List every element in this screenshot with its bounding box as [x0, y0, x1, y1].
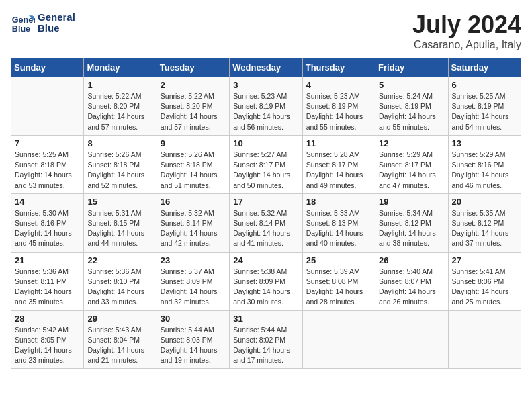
calendar-cell: 14Sunrise: 5:30 AMSunset: 8:16 PMDayligh…	[11, 193, 84, 252]
day-number: 7	[15, 138, 80, 148]
month-year: July 2024	[412, 11, 521, 39]
calendar-cell: 3Sunrise: 5:23 AMSunset: 8:19 PMDaylight…	[230, 77, 302, 136]
day-number: 18	[306, 197, 371, 207]
day-number: 22	[87, 255, 152, 265]
day-number: 25	[306, 255, 371, 265]
header: General Blue General Blue July 2024 Casa…	[11, 11, 521, 51]
day-number: 5	[379, 80, 444, 90]
day-number: 20	[452, 197, 517, 207]
day-number: 10	[233, 138, 298, 148]
day-info: Sunrise: 5:43 AMSunset: 8:04 PMDaylight:…	[87, 325, 152, 366]
day-info: Sunrise: 5:36 AMSunset: 8:11 PMDaylight:…	[15, 267, 80, 308]
day-info: Sunrise: 5:22 AMSunset: 8:20 PMDaylight:…	[87, 91, 152, 132]
location: Casarano, Apulia, Italy	[412, 39, 521, 51]
day-info: Sunrise: 5:40 AMSunset: 8:07 PMDaylight:…	[379, 267, 444, 308]
day-number: 24	[233, 255, 298, 265]
calendar-cell: 24Sunrise: 5:38 AMSunset: 8:09 PMDayligh…	[230, 252, 302, 310]
day-info: Sunrise: 5:44 AMSunset: 8:03 PMDaylight:…	[161, 325, 226, 366]
day-info: Sunrise: 5:31 AMSunset: 8:15 PMDaylight:…	[87, 208, 152, 249]
day-number: 11	[306, 138, 371, 148]
day-number: 12	[379, 138, 444, 148]
calendar-cell: 26Sunrise: 5:40 AMSunset: 8:07 PMDayligh…	[375, 252, 448, 310]
calendar-cell: 25Sunrise: 5:39 AMSunset: 8:08 PMDayligh…	[302, 252, 375, 310]
calendar-cell: 12Sunrise: 5:29 AMSunset: 8:17 PMDayligh…	[375, 135, 448, 193]
day-number: 28	[15, 314, 80, 324]
day-info: Sunrise: 5:24 AMSunset: 8:19 PMDaylight:…	[379, 91, 444, 132]
calendar-cell: 7Sunrise: 5:25 AMSunset: 8:18 PMDaylight…	[11, 135, 84, 193]
day-info: Sunrise: 5:29 AMSunset: 8:17 PMDaylight:…	[379, 150, 444, 191]
day-number: 17	[233, 197, 298, 207]
calendar-cell: 6Sunrise: 5:25 AMSunset: 8:19 PMDaylight…	[448, 77, 521, 136]
logo-text-general: General	[38, 12, 75, 24]
week-row-3: 14Sunrise: 5:30 AMSunset: 8:16 PMDayligh…	[11, 193, 521, 252]
calendar-cell: 21Sunrise: 5:36 AMSunset: 8:11 PMDayligh…	[11, 252, 84, 310]
day-info: Sunrise: 5:28 AMSunset: 8:17 PMDaylight:…	[306, 150, 371, 191]
week-row-5: 28Sunrise: 5:42 AMSunset: 8:05 PMDayligh…	[11, 310, 521, 369]
day-number: 23	[161, 255, 226, 265]
day-number: 2	[161, 80, 226, 90]
day-info: Sunrise: 5:29 AMSunset: 8:16 PMDaylight:…	[452, 150, 517, 191]
header-tuesday: Tuesday	[157, 58, 229, 77]
day-number: 1	[87, 80, 152, 90]
day-info: Sunrise: 5:44 AMSunset: 8:02 PMDaylight:…	[233, 325, 298, 366]
day-info: Sunrise: 5:25 AMSunset: 8:19 PMDaylight:…	[452, 91, 517, 132]
day-info: Sunrise: 5:26 AMSunset: 8:18 PMDaylight:…	[161, 150, 226, 191]
calendar-cell: 10Sunrise: 5:27 AMSunset: 8:17 PMDayligh…	[230, 135, 302, 193]
day-number: 30	[161, 314, 226, 324]
day-info: Sunrise: 5:36 AMSunset: 8:10 PMDaylight:…	[87, 267, 152, 308]
header-thursday: Thursday	[302, 58, 375, 77]
calendar-cell: 9Sunrise: 5:26 AMSunset: 8:18 PMDaylight…	[157, 135, 229, 193]
day-number: 19	[379, 197, 444, 207]
calendar-cell: 20Sunrise: 5:35 AMSunset: 8:12 PMDayligh…	[448, 193, 521, 252]
calendar-cell: 18Sunrise: 5:33 AMSunset: 8:13 PMDayligh…	[302, 193, 375, 252]
day-number: 31	[233, 314, 298, 324]
header-wednesday: Wednesday	[230, 58, 302, 77]
week-row-2: 7Sunrise: 5:25 AMSunset: 8:18 PMDaylight…	[11, 135, 521, 193]
day-info: Sunrise: 5:42 AMSunset: 8:05 PMDaylight:…	[15, 325, 80, 366]
title-area: July 2024 Casarano, Apulia, Italy	[412, 11, 521, 51]
day-info: Sunrise: 5:25 AMSunset: 8:18 PMDaylight:…	[15, 150, 80, 191]
day-info: Sunrise: 5:30 AMSunset: 8:16 PMDaylight:…	[15, 208, 80, 249]
calendar-cell: 28Sunrise: 5:42 AMSunset: 8:05 PMDayligh…	[11, 310, 84, 369]
logo-text-blue: Blue	[38, 23, 75, 34]
calendar-cell: 27Sunrise: 5:41 AMSunset: 8:06 PMDayligh…	[448, 252, 521, 310]
calendar-table: SundayMondayTuesdayWednesdayThursdayFrid…	[11, 58, 521, 369]
calendar-cell: 31Sunrise: 5:44 AMSunset: 8:02 PMDayligh…	[230, 310, 302, 369]
calendar-cell: 4Sunrise: 5:23 AMSunset: 8:19 PMDaylight…	[302, 77, 375, 136]
calendar-cell	[302, 310, 375, 369]
day-info: Sunrise: 5:23 AMSunset: 8:19 PMDaylight:…	[233, 91, 298, 132]
calendar-cell: 16Sunrise: 5:32 AMSunset: 8:14 PMDayligh…	[157, 193, 229, 252]
day-number: 16	[161, 197, 226, 207]
calendar-cell: 2Sunrise: 5:22 AMSunset: 8:20 PMDaylight…	[157, 77, 229, 136]
logo-icon: General Blue	[11, 11, 35, 35]
week-row-4: 21Sunrise: 5:36 AMSunset: 8:11 PMDayligh…	[11, 252, 521, 310]
day-number: 13	[452, 138, 517, 148]
calendar-cell: 11Sunrise: 5:28 AMSunset: 8:17 PMDayligh…	[302, 135, 375, 193]
calendar-cell	[375, 310, 448, 369]
day-info: Sunrise: 5:33 AMSunset: 8:13 PMDaylight:…	[306, 208, 371, 249]
header-monday: Monday	[84, 58, 157, 77]
day-number: 6	[452, 80, 517, 90]
day-number: 8	[87, 138, 152, 148]
day-number: 4	[306, 80, 371, 90]
calendar-cell: 29Sunrise: 5:43 AMSunset: 8:04 PMDayligh…	[84, 310, 157, 369]
header-friday: Friday	[375, 58, 448, 77]
calendar-cell: 22Sunrise: 5:36 AMSunset: 8:10 PMDayligh…	[84, 252, 157, 310]
svg-text:Blue: Blue	[12, 24, 30, 34]
calendar-cell: 30Sunrise: 5:44 AMSunset: 8:03 PMDayligh…	[157, 310, 229, 369]
calendar-cell: 19Sunrise: 5:34 AMSunset: 8:12 PMDayligh…	[375, 193, 448, 252]
calendar-cell	[11, 77, 84, 136]
day-number: 3	[233, 80, 298, 90]
day-number: 26	[379, 255, 444, 265]
calendar-cell: 23Sunrise: 5:37 AMSunset: 8:09 PMDayligh…	[157, 252, 229, 310]
day-info: Sunrise: 5:22 AMSunset: 8:20 PMDaylight:…	[161, 91, 226, 132]
day-info: Sunrise: 5:34 AMSunset: 8:12 PMDaylight:…	[379, 208, 444, 249]
day-info: Sunrise: 5:35 AMSunset: 8:12 PMDaylight:…	[452, 208, 517, 249]
day-number: 27	[452, 255, 517, 265]
calendar-cell: 1Sunrise: 5:22 AMSunset: 8:20 PMDaylight…	[84, 77, 157, 136]
day-info: Sunrise: 5:39 AMSunset: 8:08 PMDaylight:…	[306, 267, 371, 308]
calendar-cell: 8Sunrise: 5:26 AMSunset: 8:18 PMDaylight…	[84, 135, 157, 193]
day-number: 9	[161, 138, 226, 148]
calendar-cell	[448, 310, 521, 369]
calendar-cell: 15Sunrise: 5:31 AMSunset: 8:15 PMDayligh…	[84, 193, 157, 252]
